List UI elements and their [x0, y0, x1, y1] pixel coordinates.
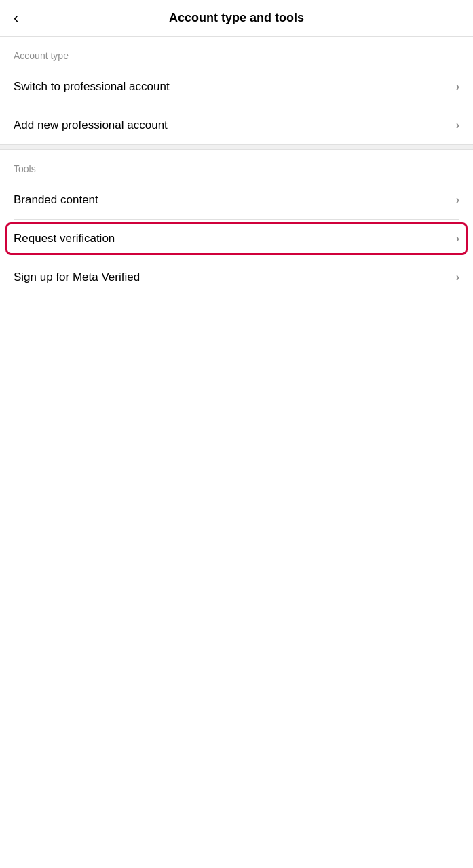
- request-verification-label: Request verification: [14, 232, 115, 245]
- page-title: Account type and tools: [169, 11, 304, 25]
- add-professional-item[interactable]: Add new professional account ›: [0, 106, 473, 144]
- request-verification-item[interactable]: Request verification ›: [0, 220, 473, 258]
- meta-verified-label: Sign up for Meta Verified: [14, 271, 140, 284]
- chevron-icon-4: ›: [456, 233, 459, 245]
- tools-section-label: Tools: [0, 150, 473, 181]
- switch-professional-label: Switch to professional account: [14, 80, 170, 94]
- add-professional-label: Add new professional account: [14, 119, 168, 132]
- branded-content-item[interactable]: Branded content ›: [0, 181, 473, 219]
- back-button[interactable]: ‹: [14, 9, 18, 27]
- section-divider: [0, 144, 473, 150]
- switch-professional-item[interactable]: Switch to professional account ›: [0, 68, 473, 106]
- chevron-icon-3: ›: [456, 194, 459, 206]
- meta-verified-item[interactable]: Sign up for Meta Verified ›: [0, 258, 473, 296]
- chevron-icon: ›: [456, 81, 459, 93]
- branded-content-label: Branded content: [14, 193, 98, 207]
- chevron-icon-5: ›: [456, 271, 459, 283]
- account-type-section-label: Account type: [0, 37, 473, 68]
- header: ‹ Account type and tools: [0, 0, 473, 37]
- chevron-icon-2: ›: [456, 119, 459, 132]
